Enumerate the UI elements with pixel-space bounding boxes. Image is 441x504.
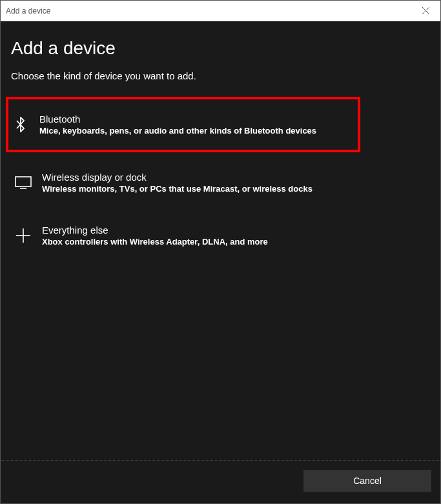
option-bluetooth[interactable]: Bluetooth Mice, keyboards, pens, or audi… xyxy=(6,97,360,152)
option-wireless-title: Wireless display or dock xyxy=(42,172,313,183)
close-button[interactable] xyxy=(411,1,440,21)
option-everything-desc: Xbox controllers with Wireless Adapter, … xyxy=(42,237,268,247)
option-wireless-display[interactable]: Wireless display or dock Wireless monito… xyxy=(11,161,430,205)
dialog-content: Add a device Choose the kind of device y… xyxy=(1,21,440,460)
option-bluetooth-title: Bluetooth xyxy=(39,114,316,125)
monitor-icon xyxy=(15,174,32,191)
page-heading: Add a device xyxy=(11,38,430,59)
bluetooth-icon xyxy=(12,116,29,133)
cancel-button[interactable]: Cancel xyxy=(303,470,431,492)
option-bluetooth-text: Bluetooth Mice, keyboards, pens, or audi… xyxy=(39,114,316,136)
dialog-footer: Cancel xyxy=(1,460,440,503)
plus-icon xyxy=(15,227,32,244)
option-bluetooth-desc: Mice, keyboards, pens, or audio and othe… xyxy=(39,126,316,136)
close-icon xyxy=(422,7,429,14)
titlebar-title: Add a device xyxy=(6,6,50,15)
option-everything-else[interactable]: Everything else Xbox controllers with Wi… xyxy=(11,214,430,258)
svg-rect-2 xyxy=(15,177,31,186)
option-everything-title: Everything else xyxy=(42,225,268,236)
page-subheading: Choose the kind of device you want to ad… xyxy=(11,70,430,81)
option-everything-text: Everything else Xbox controllers with Wi… xyxy=(42,225,268,247)
titlebar: Add a device xyxy=(1,1,440,21)
device-options-list: Bluetooth Mice, keyboards, pens, or audi… xyxy=(11,97,430,267)
option-wireless-desc: Wireless monitors, TVs, or PCs that use … xyxy=(42,184,313,194)
option-wireless-text: Wireless display or dock Wireless monito… xyxy=(42,172,313,194)
